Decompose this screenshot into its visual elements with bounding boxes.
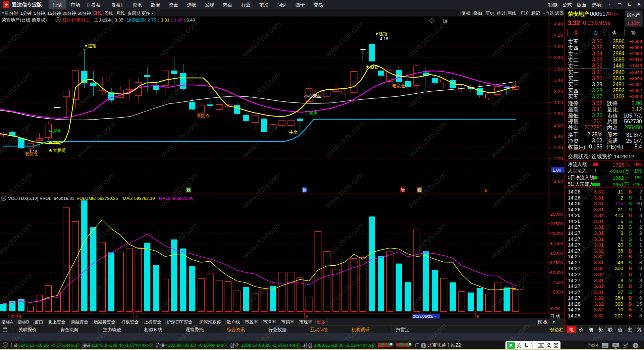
svg-text::: :: [158, 17, 159, 23]
svg-text:增: 增: [401, 188, 405, 192]
svg-text:跌: 跌: [187, 188, 191, 192]
svg-text:5: 5: [306, 314, 309, 318]
svg-text:1.80: 1.80: [552, 168, 561, 173]
svg-text:★加仓: ★加仓: [48, 140, 61, 145]
svg-text:★大胆搏: ★大胆搏: [48, 148, 66, 153]
svg-text:2022年: 2022年: [8, 314, 23, 318]
svg-text:老鼠仓: 老鼠仓: [392, 83, 405, 88]
svg-text:2.80: 2.80: [554, 111, 563, 116]
svg-text:牛起步: 牛起步: [49, 129, 62, 134]
svg-text:4: 4: [135, 314, 138, 318]
svg-text:17500: 17500: [550, 241, 563, 246]
svg-text:4.18: 4.18: [380, 37, 388, 41]
svg-text:4.40: 4.40: [554, 21, 563, 27]
svg-text:3.80: 3.80: [554, 55, 563, 60]
svg-text:25000: 25000: [550, 212, 563, 217]
svg-text:▼逃顶: ▼逃顶: [375, 32, 387, 36]
svg-text:3.29: 3.29: [174, 17, 182, 23]
svg-text:6: 6: [477, 314, 479, 318]
svg-text:红牛起步01主: 红牛起步01主: [62, 17, 90, 23]
svg-text:2.60: 2.60: [554, 123, 563, 128]
svg-text:VOL-TDX(5,10): VOL-TDX(5,10): [8, 196, 38, 201]
svg-text:3.31: 3.31: [161, 17, 169, 23]
svg-text:短期底部: 2.75: 短期底部: 2.75: [127, 17, 156, 23]
svg-text::: :: [171, 17, 172, 23]
svg-text:15000: 15000: [550, 251, 563, 256]
svg-text:3.00: 3.00: [554, 100, 563, 105]
svg-text:20000: 20000: [550, 231, 563, 236]
svg-text:2.20: 2.20: [554, 145, 563, 150]
svg-text:X100: X100: [550, 306, 560, 311]
svg-text:2.40: 2.40: [554, 134, 563, 139]
svg-text:老鼠仓: 老鼠仓: [24, 151, 38, 157]
svg-text:2022/05/23/一: 2022/05/23/一: [413, 314, 437, 318]
svg-text:: 3.40: : 3.40: [184, 17, 195, 23]
svg-text:12500: 12500: [550, 260, 563, 265]
svg-text:牛起步: 牛起步: [305, 110, 318, 115]
svg-text:3.40: 3.40: [554, 78, 563, 83]
svg-text:10000: 10000: [550, 270, 563, 275]
svg-text:22500: 22500: [550, 221, 563, 226]
svg-text:3.20: 3.20: [554, 89, 563, 94]
svg-text:日 线: 日 线: [550, 314, 560, 318]
svg-text:▼逃顶: ▼逃顶: [84, 44, 97, 48]
svg-text:5000: 5000: [553, 290, 563, 295]
svg-text:榜: 榜: [417, 188, 422, 192]
svg-text:VOLUME: 562730.25: VOLUME: 562730.25: [76, 196, 118, 201]
svg-text:1.60: 1.60: [554, 179, 563, 184]
svg-text:MA10: 666822.06: MA10: 666822.06: [159, 196, 194, 201]
svg-text:老鼠仓: 老鼠仓: [196, 114, 210, 119]
svg-text:VVOL: 645016.31: VVOL: 645016.31: [40, 196, 74, 201]
svg-text:财: 财: [303, 188, 307, 192]
svg-text:7500: 7500: [553, 280, 563, 285]
svg-text:4.20: 4.20: [554, 33, 563, 38]
svg-text:荣安地产(日线.前复权): 荣安地产(日线.前复权): [2, 17, 47, 23]
svg-text:小心变盘: 小心变盘: [304, 93, 321, 98]
svg-text:4.00: 4.00: [554, 44, 563, 49]
svg-text:ŝ: ŝ: [485, 188, 487, 193]
svg-text:°牛窝: °牛窝: [287, 130, 298, 135]
svg-text:主力成本: 3.35: 主力成本: 3.35: [94, 17, 123, 23]
svg-text:3.60: 3.60: [554, 67, 563, 72]
svg-text:MA5: 593762.19: MA5: 593762.19: [123, 196, 155, 201]
svg-text:2.00: 2.00: [554, 156, 563, 161]
svg-text:★加仓: ★加仓: [365, 64, 378, 70]
